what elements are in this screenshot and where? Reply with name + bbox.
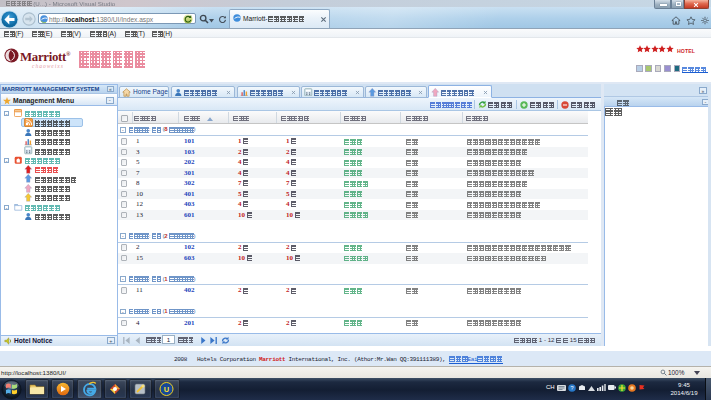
svg-text:U: U <box>164 385 169 394</box>
svg-text:?: ? <box>570 385 573 391</box>
